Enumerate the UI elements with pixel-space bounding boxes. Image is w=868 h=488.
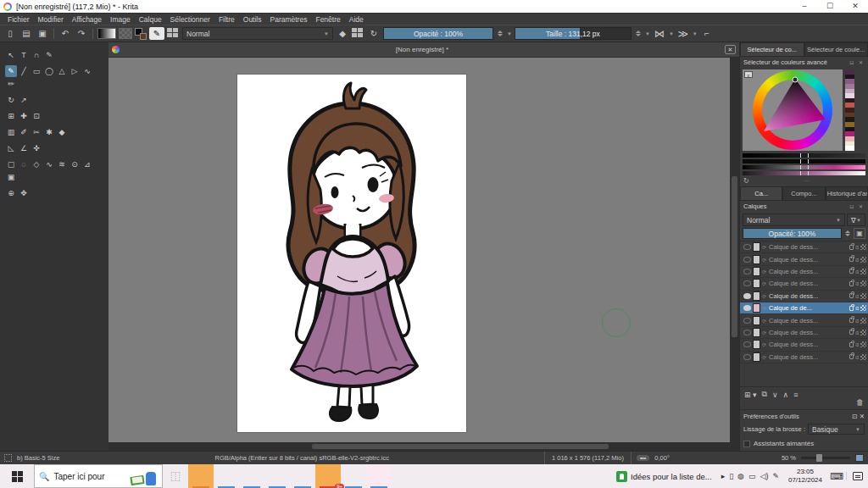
polygon-tool-icon[interactable]: △ (56, 65, 68, 77)
brush-size-slider[interactable]: Taille : 131,12 px (515, 27, 632, 40)
ellipse-tool-icon[interactable]: ◯ (43, 65, 55, 77)
polyline-tool-icon[interactable]: ▷ (69, 65, 81, 77)
layer-row[interactable]: ⟳ Calque de dess... α (740, 241, 868, 253)
alpha-lock-icon[interactable]: α (855, 330, 859, 336)
polygon-select-tool-icon[interactable]: ◇ (31, 158, 42, 170)
menu-item[interactable]: Calque (135, 15, 166, 24)
chevron-down-icon[interactable]: ▼ (507, 31, 512, 36)
chevron-down-icon[interactable]: ▼ (645, 31, 650, 36)
horizontal-scrollbar[interactable] (108, 442, 739, 451)
docker-float-close-icons[interactable]: ⊡ ✕ (852, 413, 865, 420)
layer-visibility-toggle[interactable] (743, 293, 751, 299)
layer-visibility-toggle[interactable] (743, 280, 751, 286)
layer-name[interactable]: Calque de dess... (769, 317, 849, 324)
eraser-mode-button[interactable]: ◆ (336, 27, 349, 40)
rect-select-tool-icon[interactable]: ▢ (5, 158, 17, 170)
delete-layer-button[interactable]: 🗑 (856, 398, 864, 407)
docker-float-close-icons[interactable]: ⊡ ✕ (849, 203, 865, 209)
smoothing-dropdown[interactable]: Basique ▼ (808, 424, 865, 435)
alpha-lock-icon[interactable]: α (855, 318, 859, 324)
opacity-slider[interactable]: Opacité : 100% (383, 27, 493, 40)
layer-visibility-toggle[interactable] (743, 330, 751, 336)
alpha-lock-icon[interactable]: α (855, 257, 859, 263)
lock-icon[interactable] (849, 318, 854, 323)
add-layer-button[interactable]: ⊞ ▾ (744, 391, 757, 399)
menu-item[interactable]: Paramètres (266, 15, 312, 24)
menu-item[interactable]: Sélectionner (166, 15, 214, 24)
teams[interactable] (341, 464, 366, 488)
layer-name[interactable]: Calque de dess... (769, 353, 849, 361)
gradient-chooser[interactable] (97, 28, 116, 39)
zoom-tool-icon[interactable]: ⊕ (5, 187, 17, 199)
lock-icon[interactable] (849, 257, 854, 262)
contiguous-select-tool-icon[interactable]: ▣ (5, 171, 17, 183)
layer-name[interactable]: Calque de dess... (769, 341, 849, 348)
ellipse-select-tool-icon[interactable]: ◌ (18, 158, 30, 170)
layer-row[interactable]: ⟳ Calque de dess... α (740, 314, 868, 326)
size-spinner[interactable] (634, 30, 643, 36)
layer-row[interactable]: ⟳ Calque de de... α (740, 302, 868, 314)
layer-row[interactable]: ⟳ Calque de dess... α (740, 352, 868, 363)
rectangle-tool-icon[interactable]: ▭ (31, 65, 42, 77)
selection-mode-icon[interactable] (4, 454, 12, 462)
tab-color-sliders[interactable]: Sélecteur de coule... (804, 42, 868, 57)
reset-colors-icon[interactable]: ↻ (743, 177, 749, 185)
tab-compositions[interactable]: Compo... (782, 186, 825, 201)
layer-opacity-slider[interactable]: Opacité: 100% (743, 228, 842, 239)
layer-properties-button[interactable]: ≡ (793, 391, 798, 399)
layer-name[interactable]: Calque de dess... (769, 329, 849, 336)
calligraphy-tool-icon[interactable]: ✎ (43, 49, 55, 61)
menu-item[interactable]: Modifier (34, 15, 68, 24)
layer-visibility-toggle[interactable] (743, 318, 751, 324)
inherit-alpha-icon[interactable] (860, 269, 866, 274)
save-icon[interactable]: ▣ (36, 27, 49, 40)
alpha-lock-icon[interactable]: α (855, 244, 859, 250)
status-overflow-button[interactable]: ••• (637, 455, 649, 461)
move-layer-up-button[interactable]: ∧ (783, 391, 789, 399)
brush-editor-toggle[interactable]: ✎ (149, 27, 164, 40)
document-close-button[interactable]: ✕ (725, 45, 736, 54)
move-tool-icon[interactable]: ✚ (18, 110, 30, 122)
pattern-chooser[interactable] (119, 28, 132, 39)
transform-tool-icon[interactable]: ⊞ (5, 110, 17, 122)
alpha-lock-icon[interactable]: α (855, 280, 859, 286)
action-center-button[interactable] (846, 472, 868, 480)
layer-visibility-toggle[interactable] (743, 305, 751, 311)
alpha-lock-icon[interactable]: α (855, 269, 859, 274)
patch-tool-icon[interactable]: ✂ (31, 126, 42, 138)
canvas-viewport[interactable] (108, 58, 739, 442)
menu-item[interactable]: Fichier (3, 15, 34, 24)
layer-filter-button[interactable]: ∇ ▼ (847, 214, 865, 226)
layer-name[interactable]: Calque de de... (769, 304, 849, 312)
color-wheel-icon[interactable]: ◍ (737, 472, 744, 480)
lock-icon[interactable] (849, 306, 854, 311)
layer-visibility-toggle[interactable] (743, 354, 751, 360)
menu-item[interactable]: Filtre (214, 15, 239, 24)
layer-row[interactable]: ⟳ Calque de dess... α (740, 278, 868, 290)
fit-page-icon[interactable] (855, 454, 864, 462)
inherit-alpha-icon[interactable] (860, 354, 866, 360)
mail[interactable] (239, 464, 264, 488)
opera[interactable] (290, 464, 315, 488)
trim-canvas-button[interactable]: ⌐ (700, 27, 714, 40)
layer-row[interactable]: ⟳ Calque de dess... α (740, 291, 868, 302)
new-document-icon[interactable]: ▯ (3, 27, 17, 40)
undo-icon[interactable]: ↶ (58, 27, 72, 40)
pen-icon[interactable]: ✎ (772, 472, 779, 480)
gradient-tool-icon[interactable]: ▥ (5, 126, 17, 138)
layer-row[interactable]: ⟳ Calque de dess... α (740, 266, 868, 278)
lock-icon[interactable] (849, 342, 854, 347)
color-sampler-tool-icon[interactable]: ✐ (18, 126, 30, 138)
edit-shapes-tool-icon[interactable]: ∩ (31, 49, 42, 61)
layer-blend-mode-dropdown[interactable]: Normal ▼ (743, 214, 845, 226)
maximize-button[interactable]: ☐ (817, 0, 843, 13)
volume-icon[interactable]: ◁) (760, 472, 768, 480)
brush-preset-name[interactable]: b) Basic-5 Size (17, 454, 59, 462)
close-button[interactable]: ✕ (843, 0, 868, 13)
layer-row[interactable]: ⟳ Calque de dess... α (740, 339, 868, 351)
freehand-brush-tool-icon[interactable]: ✎ (5, 65, 17, 77)
minimize-button[interactable]: – (792, 0, 817, 13)
mirror-vertical-button[interactable]: ≫ (676, 27, 690, 40)
layer-name[interactable]: Calque de dess... (769, 256, 849, 263)
layer-visibility-toggle[interactable] (743, 257, 751, 263)
